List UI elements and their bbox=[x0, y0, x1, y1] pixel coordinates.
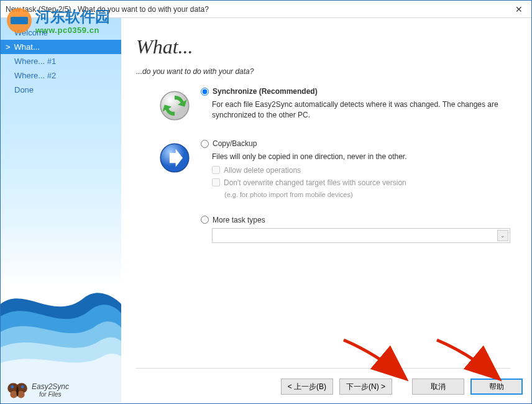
help-button[interactable]: 帮助 bbox=[470, 379, 523, 395]
checkbox-dont-overwrite-label: Don't overwrite changed target files wit… bbox=[224, 178, 406, 187]
chevron-down-icon[interactable]: ⌄ bbox=[497, 230, 508, 241]
svg-point-5 bbox=[17, 391, 25, 398]
checkbox-allow-delete[interactable]: Allow delete operations bbox=[212, 166, 510, 175]
svg-point-3 bbox=[21, 385, 24, 388]
sidebar-item-what[interactable]: What... bbox=[1, 40, 121, 54]
dont-overwrite-hint: (e.g. for photo import from mobile devic… bbox=[224, 191, 510, 198]
logo-line2: for Files bbox=[39, 391, 69, 398]
main-panel: What... ...do you want to do with your d… bbox=[121, 18, 531, 403]
radio-copy-input[interactable] bbox=[201, 140, 209, 148]
logo-line1: Easy2Sync bbox=[32, 383, 69, 391]
sync-desc: For each file Easy2Sync automatically de… bbox=[201, 99, 510, 121]
checkbox-allow-delete-input[interactable] bbox=[212, 166, 220, 174]
sidebar: Welcome What... Where... #1 Where... #2 … bbox=[1, 18, 121, 403]
svg-point-4 bbox=[10, 391, 17, 398]
window-title: New task (Step 2/5) - What do you want t… bbox=[6, 5, 507, 14]
radio-synchronize-input[interactable] bbox=[201, 88, 209, 96]
separator bbox=[136, 368, 510, 369]
radio-copy-label: Copy/Backup bbox=[213, 139, 257, 148]
checkbox-dont-overwrite[interactable]: Don't overwrite changed target files wit… bbox=[212, 178, 510, 198]
radio-synchronize[interactable]: Synchronize (Recommended) bbox=[201, 87, 510, 96]
copy-icon bbox=[158, 142, 191, 174]
checkbox-allow-delete-label: Allow delete operations bbox=[224, 166, 301, 175]
svg-point-2 bbox=[11, 385, 14, 388]
sidebar-item-where2[interactable]: Where... #2 bbox=[1, 68, 121, 83]
page-heading: What... bbox=[136, 35, 510, 58]
sidebar-item-where1[interactable]: Where... #1 bbox=[1, 54, 121, 68]
butterfly-icon bbox=[7, 381, 28, 400]
more-combo[interactable]: ⌄ bbox=[212, 228, 510, 243]
titlebar: New task (Step 2/5) - What do you want t… bbox=[1, 1, 531, 18]
copy-desc: Files will only be copied in one directi… bbox=[201, 152, 510, 162]
back-button[interactable]: < 上一步(B) bbox=[281, 379, 333, 395]
sidebar-item-done[interactable]: Done bbox=[1, 83, 121, 97]
annotation-arrow-1 bbox=[339, 335, 413, 385]
page-subhead: ...do you want to do with your data? bbox=[136, 67, 510, 76]
checkbox-dont-overwrite-input[interactable] bbox=[212, 178, 220, 186]
annotation-arrow-2 bbox=[432, 335, 507, 385]
product-logo: Easy2Sync for Files bbox=[7, 381, 69, 400]
sidebar-item-welcome[interactable]: Welcome bbox=[1, 25, 121, 40]
close-button[interactable]: ✕ bbox=[507, 1, 531, 18]
radio-more-input[interactable] bbox=[201, 216, 209, 224]
radio-more[interactable]: More task types bbox=[201, 216, 510, 224]
cancel-button[interactable]: 取消 bbox=[412, 379, 464, 395]
sync-icon bbox=[158, 90, 191, 122]
radio-more-label: More task types bbox=[213, 216, 265, 224]
radio-synchronize-label: Synchronize (Recommended) bbox=[213, 87, 318, 96]
svg-point-6 bbox=[16, 386, 18, 397]
next-button[interactable]: 下一步(N) > bbox=[339, 379, 392, 395]
radio-copy[interactable]: Copy/Backup bbox=[201, 139, 510, 148]
